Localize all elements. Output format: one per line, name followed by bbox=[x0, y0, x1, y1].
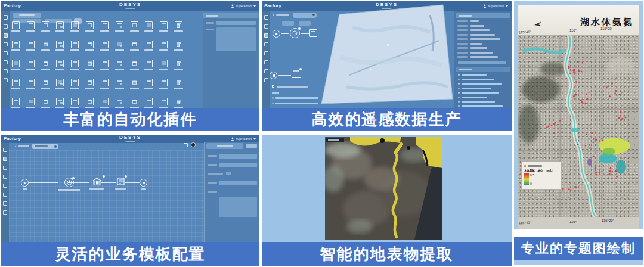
tab-template-info[interactable] bbox=[206, 143, 243, 149]
plugin-item[interactable] bbox=[142, 60, 157, 77]
checkbox[interactable] bbox=[272, 85, 274, 88]
node-service[interactable] bbox=[89, 177, 104, 190]
plugin-item[interactable] bbox=[97, 79, 112, 97]
list-item-bar[interactable] bbox=[462, 92, 499, 94]
node-end[interactable] bbox=[270, 72, 277, 79]
plugin-item[interactable] bbox=[23, 79, 38, 97]
template-desc-field[interactable] bbox=[219, 197, 257, 217]
theme-toggle-icon[interactable] bbox=[191, 142, 196, 147]
plugin-item[interactable] bbox=[112, 21, 127, 39]
plugin-item[interactable] bbox=[8, 21, 23, 39]
node-start[interactable] bbox=[273, 30, 280, 38]
list-item-bar[interactable] bbox=[462, 83, 502, 85]
toolbar-icon[interactable] bbox=[3, 166, 7, 170]
task-tab[interactable] bbox=[293, 13, 317, 18]
plugin-item[interactable] bbox=[53, 79, 68, 97]
plugin-item[interactable] bbox=[23, 41, 38, 58]
toolbar-icon[interactable] bbox=[264, 51, 268, 55]
template-tab[interactable] bbox=[32, 144, 58, 149]
plugin-item[interactable] bbox=[82, 41, 97, 58]
plugin-item[interactable] bbox=[142, 79, 157, 97]
plugin-item[interactable] bbox=[8, 79, 23, 97]
list-item-bar[interactable] bbox=[462, 97, 487, 98]
toolbar-icon[interactable] bbox=[4, 33, 8, 38]
plugin-item[interactable] bbox=[23, 21, 38, 39]
back-icon[interactable]: ‹ bbox=[15, 144, 16, 148]
plugin-item[interactable] bbox=[171, 41, 186, 58]
toolbar-icon[interactable] bbox=[264, 33, 268, 38]
left-toolbar[interactable] bbox=[1, 143, 9, 242]
left-toolbar[interactable] bbox=[262, 11, 270, 108]
node-report[interactable] bbox=[115, 177, 126, 190]
start-button[interactable] bbox=[282, 21, 294, 26]
plugin-item[interactable] bbox=[8, 41, 23, 58]
toolbar-icon[interactable] bbox=[264, 69, 268, 73]
plugin-item[interactable] bbox=[142, 21, 157, 39]
plugin-item[interactable] bbox=[97, 60, 112, 77]
plugin-item[interactable] bbox=[67, 79, 82, 97]
plugin-item[interactable] bbox=[127, 21, 142, 39]
plugin-item[interactable] bbox=[156, 60, 171, 77]
plugin-item[interactable] bbox=[142, 41, 157, 58]
form-input[interactable] bbox=[219, 163, 257, 167]
plugin-item[interactable] bbox=[38, 60, 53, 77]
user-menu[interactable]: superadmin bbox=[231, 4, 256, 8]
toolbar-icon[interactable] bbox=[4, 60, 8, 64]
node-result[interactable] bbox=[292, 69, 301, 78]
plugin-item[interactable] bbox=[38, 21, 53, 39]
plugin-item[interactable] bbox=[8, 60, 23, 77]
toolbar-icon[interactable] bbox=[3, 201, 7, 206]
plugin-item[interactable] bbox=[112, 41, 127, 58]
plugin-item[interactable] bbox=[171, 60, 186, 77]
plugin-item[interactable] bbox=[67, 41, 82, 58]
toolbar-icon[interactable] bbox=[264, 15, 268, 20]
user-menu[interactable]: superadmin bbox=[231, 137, 256, 141]
toolbar-icon[interactable] bbox=[3, 184, 7, 188]
plugin-item[interactable] bbox=[38, 41, 53, 58]
list-item-bar[interactable] bbox=[462, 74, 487, 76]
toolbar-icon[interactable] bbox=[4, 78, 8, 82]
toolbar-icon[interactable] bbox=[4, 15, 8, 20]
node-end[interactable] bbox=[140, 179, 147, 190]
node-process[interactable] bbox=[290, 28, 300, 38]
form-input[interactable] bbox=[219, 154, 257, 159]
plugin-item[interactable] bbox=[156, 41, 171, 58]
detail-name-field[interactable] bbox=[216, 21, 256, 25]
stop-button[interactable] bbox=[299, 21, 311, 26]
plugin-item[interactable] bbox=[53, 41, 68, 58]
user-menu[interactable]: superadmin bbox=[483, 4, 508, 8]
tab-plugin-repo[interactable] bbox=[13, 13, 41, 18]
plugin-item[interactable] bbox=[112, 79, 127, 97]
toolbar-icon[interactable] bbox=[264, 24, 268, 29]
toolbar-icon[interactable] bbox=[3, 175, 7, 179]
metadata-input[interactable] bbox=[458, 61, 506, 64]
toolbar-icon[interactable] bbox=[3, 193, 7, 197]
plugin-item[interactable] bbox=[156, 79, 171, 97]
plugin-item[interactable] bbox=[97, 21, 112, 39]
plugin-item[interactable] bbox=[38, 79, 53, 97]
plugin-item[interactable] bbox=[67, 60, 82, 77]
plugin-item[interactable] bbox=[23, 60, 38, 77]
toolbar-icon[interactable] bbox=[264, 60, 268, 64]
plugin-item[interactable] bbox=[171, 21, 186, 39]
back-icon[interactable]: ‹ bbox=[273, 13, 274, 17]
form-toggle[interactable] bbox=[226, 172, 231, 175]
plugin-item[interactable] bbox=[53, 60, 68, 77]
list-item-bar[interactable] bbox=[462, 88, 491, 89]
list-item-bar[interactable] bbox=[462, 101, 495, 103]
list-item-bar[interactable] bbox=[462, 79, 494, 80]
save-icon[interactable] bbox=[184, 143, 188, 147]
plugin-item[interactable] bbox=[127, 60, 142, 77]
toolbar-icon[interactable] bbox=[264, 42, 268, 46]
plugin-item[interactable] bbox=[82, 21, 97, 39]
toolbar-icon[interactable] bbox=[3, 210, 7, 215]
toolbar-icon[interactable] bbox=[4, 24, 8, 29]
plugin-item[interactable] bbox=[97, 41, 112, 58]
node-schedule[interactable] bbox=[58, 178, 80, 191]
list-item-bar[interactable] bbox=[462, 105, 503, 107]
save-button[interactable] bbox=[246, 144, 257, 148]
toolbar-icon[interactable] bbox=[264, 78, 268, 82]
node-start[interactable] bbox=[21, 179, 29, 190]
toolbar-icon[interactable] bbox=[3, 148, 7, 152]
plugin-item[interactable] bbox=[127, 79, 142, 97]
